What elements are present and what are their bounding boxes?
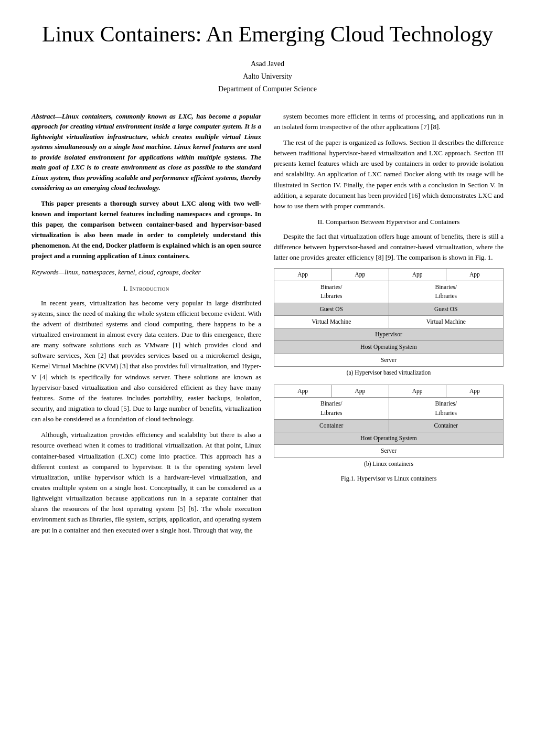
right-para1: system becomes more efficient in terms o… — [274, 111, 504, 132]
hv-hostos-row: Host Operating System — [274, 341, 504, 354]
hv-app3: App — [389, 268, 446, 281]
section-ii-title-text: II. Comparison Between Hypervisor and Co… — [318, 218, 460, 226]
right-column: system becomes more efficient in terms o… — [274, 111, 504, 541]
ct-binaries1: Binaries/Libraries — [274, 398, 389, 420]
hv-guestos-row: Guest OS Guest OS — [274, 303, 504, 315]
ct-app3: App — [389, 385, 446, 398]
ct-container2: Container — [389, 419, 504, 432]
section-ii-title: II. Comparison Between Hypervisor and Co… — [274, 217, 504, 227]
hv-app2: App — [331, 268, 389, 281]
abstract-label: Abstract — [31, 112, 55, 120]
ct-binaries-row: Binaries/Libraries Binaries/Libraries — [274, 398, 504, 420]
figure1-hypervisor: App App App App Binaries/Libraries Binar… — [274, 268, 504, 377]
hv-app1: App — [274, 268, 331, 281]
figure1-container: App App App App Binaries/Libraries Binar… — [274, 385, 504, 468]
ct-hostos-row: Host Operating System — [274, 432, 504, 445]
abstract-text2: This paper presents a thorough survey ab… — [31, 198, 261, 262]
hv-hostos: Host Operating System — [274, 341, 504, 354]
ct-app-row: App App App App — [274, 385, 504, 398]
abstract-text1: —Linux containers, commonly known as LXC… — [31, 112, 261, 192]
ct-server-row: Server — [274, 445, 504, 457]
author-department: Department of Computer Science — [31, 83, 504, 95]
page-title: Linux Containers: An Emerging Cloud Tech… — [31, 21, 504, 47]
keywords-label: Keywords — [31, 268, 59, 276]
section-i-para2: Although, virtualization provides effici… — [31, 430, 261, 535]
keywords: Keywords—linux, namespaces, kernel, clou… — [31, 267, 261, 278]
hv-binaries1: Binaries/Libraries — [274, 281, 389, 303]
author-name: Asad Javed — [31, 58, 504, 70]
ct-binaries2: Binaries/Libraries — [389, 398, 504, 420]
hv-binaries-row: Binaries/Libraries Binaries/Libraries — [274, 281, 504, 303]
ct-container1: Container — [274, 419, 389, 432]
ct-hostos: Host Operating System — [274, 432, 504, 445]
author-block: Asad Javed Aalto University Department o… — [31, 58, 504, 95]
hv-vm2: Virtual Machine — [389, 315, 504, 328]
ct-caption: (b) Linux containers — [274, 460, 504, 468]
section-i-para1: In recent years, virtualization has beco… — [31, 298, 261, 425]
hv-app-row: App App App App — [274, 268, 504, 281]
figure1-main-caption: Fig.1. Hypervisor vs Linux containers — [274, 474, 504, 483]
ct-container-row: Container Container — [274, 419, 504, 432]
hv-app4: App — [446, 268, 503, 281]
hv-binaries2: Binaries/Libraries — [389, 281, 504, 303]
author-university: Aalto University — [31, 70, 504, 83]
abstract: Abstract—Linux containers, commonly know… — [31, 111, 261, 193]
section-i-title: I. Introduction — [31, 283, 261, 294]
ct-app4: App — [446, 385, 503, 398]
left-column: Abstract—Linux containers, commonly know… — [31, 111, 261, 541]
keywords-text: linux, namespaces, kernel, cloud, cgroup… — [65, 268, 200, 276]
hv-vm-row: Virtual Machine Virtual Machine — [274, 315, 504, 328]
hv-vm1: Virtual Machine — [274, 315, 389, 328]
hv-server-row: Server — [274, 354, 504, 366]
hv-hypervisor: Hypervisor — [274, 328, 504, 341]
hv-guestos1: Guest OS — [274, 303, 389, 315]
hv-server: Server — [274, 354, 504, 366]
hv-caption: (a) Hypervisor based virtualization — [274, 368, 504, 377]
hv-guestos2: Guest OS — [389, 303, 504, 315]
section-ii-intro: Despite the fact that virtualization off… — [274, 231, 504, 263]
hv-hypervisor-row: Hypervisor — [274, 328, 504, 341]
right-para2: The rest of the paper is organized as fo… — [274, 137, 504, 211]
ct-app1: App — [274, 385, 331, 398]
ct-app2: App — [331, 385, 389, 398]
ct-server: Server — [274, 445, 504, 457]
main-content: Abstract—Linux containers, commonly know… — [31, 111, 504, 541]
